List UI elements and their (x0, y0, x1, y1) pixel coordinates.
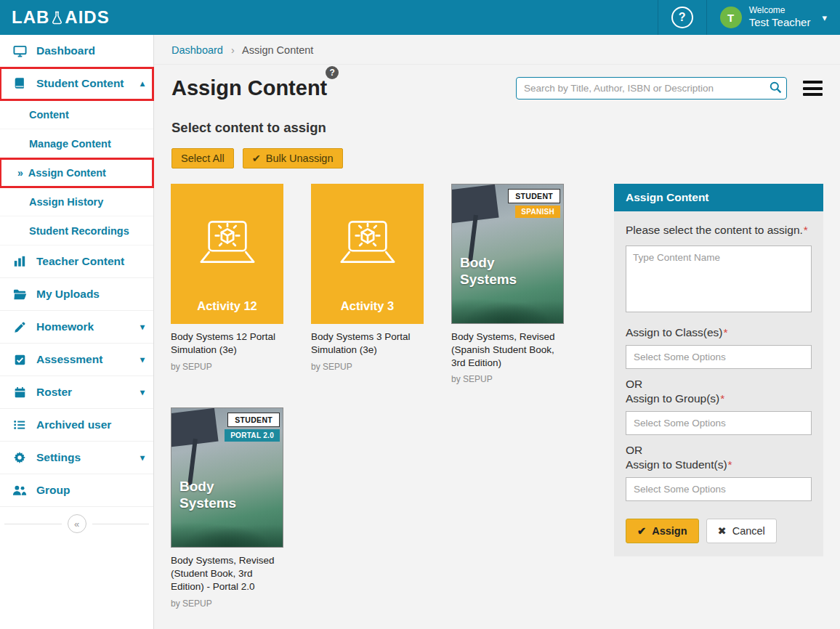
groups-select[interactable] (626, 411, 812, 435)
sidebar-label: Roster (36, 386, 72, 399)
actions-row: Select All ✔ Bulk Unassign (154, 136, 840, 169)
breadcrumb-dashboard-link[interactable]: Dashboard (171, 44, 223, 56)
content-card: Activity 12 Body Systems 12 Portal Simul… (171, 184, 283, 384)
sidebar-item-archived-user[interactable]: Archived user (0, 409, 153, 442)
sidebar-subitem-manage-content[interactable]: Manage Content (0, 129, 153, 158)
chevron-down-icon: ▾ (140, 453, 145, 463)
book-icon (12, 77, 27, 90)
assign-button[interactable]: ✔ Assign (626, 519, 699, 543)
or-label: OR (626, 378, 812, 391)
sidebar-item-my-uploads[interactable]: My Uploads (0, 278, 153, 311)
activity-badge: Activity 3 (341, 299, 394, 313)
calendar-icon (12, 386, 27, 399)
sidebar-label: Teacher Content (36, 255, 124, 268)
search-input[interactable] (516, 77, 787, 100)
list-icon (12, 418, 27, 431)
breadcrumb: Dashboard › Assign Content (154, 35, 840, 65)
content-author: by SEPUP (451, 374, 564, 384)
user-menu[interactable]: T Welcome Test Teacher ▾ (720, 5, 827, 30)
chevron-down-icon: ▾ (140, 387, 145, 397)
collapse-sidebar-button[interactable]: « (68, 514, 86, 533)
monitor-icon (12, 44, 27, 58)
chevron-down-icon: ▾ (140, 354, 145, 365)
welcome-label: Welcome (749, 5, 811, 16)
content-author: by SEPUP (171, 362, 283, 372)
content-title: Body Systems 12 Portal Simulation (3e) (171, 330, 283, 357)
sidebar-label: Assessment (36, 353, 102, 366)
book-cover[interactable]: Body Systems STUDENT PORTAL 2.0 (171, 407, 283, 548)
sidebar: Dashboard Student Content ▴ Content Mana… (0, 35, 154, 629)
laptop-simulation-icon (331, 184, 404, 299)
check-icon: ✔ (637, 525, 646, 537)
active-marker: » (17, 167, 23, 179)
content-title: Body Systems, Revised (Student Book, 3rd… (171, 554, 283, 593)
check-square-icon (12, 354, 27, 366)
group-icon (12, 484, 27, 497)
sidebar-subitem-assign-content[interactable]: » Assign Content (0, 158, 153, 187)
topbar-right: ? T Welcome Test Teacher ▾ (658, 0, 840, 35)
sidebar-item-teacher-content[interactable]: Teacher Content (0, 245, 153, 278)
student-tag: STUDENT (508, 189, 560, 203)
content-row: Activity 12 Body Systems 12 Portal Simul… (154, 169, 840, 609)
assign-to-groups-label: Assign to Group(s)* (626, 392, 812, 405)
sidebar-subitem-student-recordings[interactable]: Student Recordings (0, 216, 153, 245)
title-row: Assign Content ? (154, 65, 840, 100)
activity-card-cover[interactable]: Activity 12 (171, 184, 283, 324)
sidebar-subitem-assign-history[interactable]: Assign History (0, 187, 153, 216)
top-bar: LAB AIDS ? T Welcome Test Teacher ▾ (0, 0, 840, 35)
chevron-down-icon: ▾ (140, 322, 145, 332)
or-label: OR (626, 444, 812, 457)
title-help-icon[interactable]: ? (326, 66, 339, 79)
classes-select[interactable] (626, 345, 812, 369)
students-select[interactable] (626, 477, 812, 501)
book-cover[interactable]: Body Systems STUDENT SPANISH (451, 184, 564, 324)
user-name: Test Teacher (749, 16, 811, 30)
spanish-tag: SPANISH (515, 206, 560, 218)
content-card: Body Systems STUDENT SPANISH Body System… (451, 184, 564, 384)
sidebar-label: Settings (36, 451, 81, 464)
logo-lab-text: LAB (12, 7, 49, 28)
content-card: Body Systems STUDENT PORTAL 2.0 Body Sys… (171, 407, 283, 608)
sidebar-collapse-row: « (0, 514, 153, 533)
sidebar-item-group[interactable]: Group (0, 474, 153, 507)
main-content: Dashboard › Assign Content Assign Conten… (154, 35, 840, 629)
avatar: T (720, 7, 742, 28)
logo-aids-text: AIDS (65, 7, 109, 28)
flask-icon (52, 11, 62, 25)
bar-chart-icon (12, 255, 27, 268)
laptop-simulation-icon (191, 184, 264, 299)
help-button[interactable]: ? (671, 7, 693, 28)
sidebar-item-homework[interactable]: Homework ▾ (0, 311, 153, 344)
sidebar-subitem-content[interactable]: Content (0, 100, 153, 129)
bulk-unassign-button[interactable]: ✔ Bulk Unassign (243, 148, 343, 169)
assign-to-classes-label: Assign to Class(es)* (626, 326, 812, 339)
content-name-input[interactable] (626, 245, 812, 312)
section-heading: Select content to assign (154, 100, 840, 136)
assign-content-panel: Assign Content Please select the content… (614, 184, 823, 556)
portal-tag: PORTAL 2.0 (225, 429, 280, 442)
content-card: Activity 3 Body Systems 3 Portal Simulat… (311, 184, 424, 384)
search-icon[interactable] (770, 81, 782, 97)
chevron-up-icon: ▴ (140, 78, 145, 89)
sidebar-item-assessment[interactable]: Assessment ▾ (0, 344, 153, 376)
activity-card-cover[interactable]: Activity 3 (311, 184, 424, 324)
breadcrumb-separator: › (231, 44, 235, 56)
activity-badge: Activity 12 (197, 299, 257, 313)
menu-icon[interactable] (803, 78, 823, 100)
cover-title: Body Systems (460, 255, 527, 288)
check-icon: ✔ (252, 153, 261, 164)
sidebar-label: Student Content (36, 77, 124, 90)
cover-title: Body Systems (179, 479, 246, 512)
folder-icon (12, 288, 27, 301)
select-all-button[interactable]: Select All (171, 148, 234, 169)
sidebar-item-settings[interactable]: Settings ▾ (0, 442, 153, 474)
sidebar-item-dashboard[interactable]: Dashboard (0, 35, 153, 68)
sidebar-item-roster[interactable]: Roster ▾ (0, 376, 153, 409)
panel-title: Assign Content (614, 184, 823, 211)
sidebar-item-student-content[interactable]: Student Content ▴ (0, 68, 153, 100)
gear-icon (12, 451, 27, 464)
student-tag: STUDENT (227, 413, 280, 427)
search-box (516, 77, 787, 100)
sidebar-label: Archived user (36, 418, 111, 431)
cancel-button[interactable]: ✖ Cancel (706, 519, 777, 543)
